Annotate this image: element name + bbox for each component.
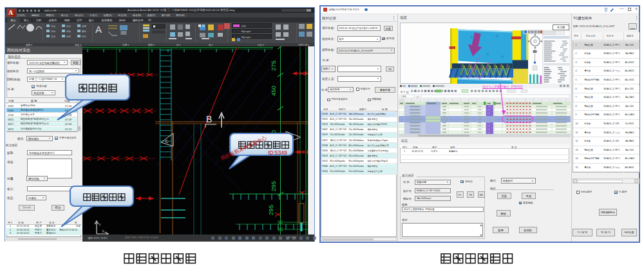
svg-text:ID:5349: ID:5349 xyxy=(268,149,287,156)
svg-text:局部板筋未伸至梁中心: 局部板筋未伸至梁中心 xyxy=(220,135,268,162)
